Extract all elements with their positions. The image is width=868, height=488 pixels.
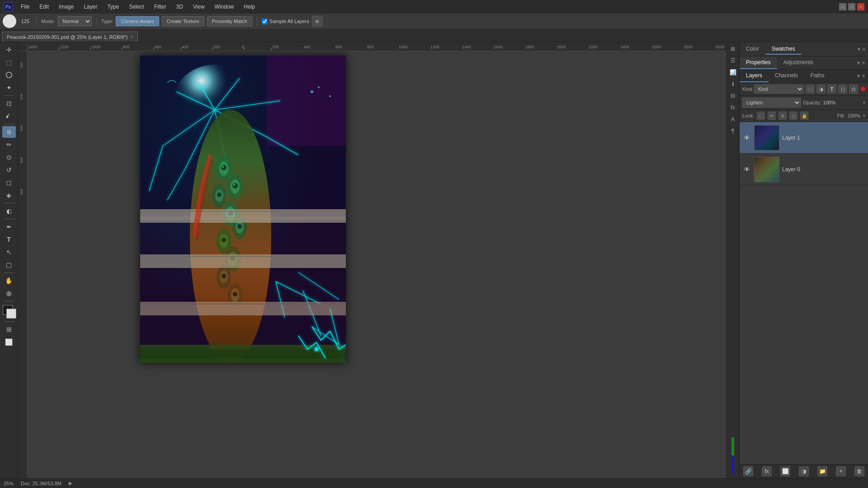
dodge-tool[interactable]: ◐ (2, 205, 16, 217)
menu-3d[interactable]: 3D (171, 3, 187, 11)
expand-status-icon[interactable]: ▶ (69, 480, 72, 486)
selection-tool[interactable]: ⬚ (2, 56, 16, 68)
add-layer-icon[interactable]: + (836, 466, 846, 476)
content-aware-button[interactable]: Content-Aware (116, 16, 159, 26)
screen-mode[interactable]: ⬜ (2, 336, 16, 348)
props-close-icon[interactable]: × (862, 59, 865, 66)
layers-close-icon[interactable]: × (862, 72, 865, 80)
brush-tool[interactable]: ✏ (2, 139, 16, 150)
history-brush-tool[interactable]: ↺ (2, 164, 16, 176)
filter-smart-icon[interactable]: ⊡ (849, 84, 858, 94)
panel-menu-icon[interactable]: ≡ (862, 46, 865, 52)
properties-icon[interactable]: ☰ (728, 56, 738, 66)
add-adjustment-icon[interactable]: ◑ (799, 466, 809, 476)
panel-collapse-icon[interactable]: ▾ (858, 46, 860, 52)
add-group-icon[interactable]: 📁 (817, 466, 827, 476)
add-style-icon[interactable]: fx (762, 466, 772, 476)
delete-layer-icon[interactable]: 🗑 (854, 466, 864, 476)
close-button[interactable]: × (857, 3, 864, 10)
tab-adjustments[interactable]: Adjustments (777, 56, 820, 69)
tab-paths[interactable]: Paths (804, 70, 831, 82)
clone-stamp-tool[interactable]: ⊙ (2, 151, 16, 163)
filter-pixel-icon[interactable]: ⬚ (806, 84, 815, 94)
filter-shape-icon[interactable]: ▢ (838, 84, 847, 94)
hand-tool[interactable]: ✋ (2, 275, 16, 286)
proximity-match-button[interactable]: Proximity Match (207, 16, 252, 26)
paragraph-icon[interactable]: ¶ (728, 126, 738, 136)
tab-layers[interactable]: Layers (740, 70, 769, 82)
tab-close-button[interactable]: × (130, 34, 133, 39)
layer-item-0[interactable]: 👁 Layer 0 (740, 154, 868, 185)
minimize-button[interactable]: ─ (839, 3, 846, 10)
menu-type[interactable]: Type (103, 3, 123, 11)
layers-strip-icon[interactable]: ⊟ (728, 91, 738, 101)
color-swatches-tabs: Color Swatches ▾ ≡ (740, 42, 868, 56)
move-tool[interactable]: ✛ (2, 44, 16, 56)
sample-checkbox[interactable] (262, 19, 268, 24)
create-texture-button[interactable]: Create Texture (162, 16, 204, 26)
add-mask-icon[interactable]: ⬜ (780, 466, 790, 476)
filter-type-icon[interactable]: T (827, 84, 836, 94)
lock-all-icon[interactable]: 🔒 (800, 112, 808, 120)
svg-point-81 (237, 224, 242, 229)
fx-icon[interactable]: fx (728, 103, 738, 113)
layers-collapse-icon[interactable]: ▾ (857, 73, 860, 79)
zoom-tool[interactable]: ⊕ (2, 287, 16, 299)
menu-filter[interactable]: Filter (150, 3, 171, 11)
props-collapse-icon[interactable]: ▾ (857, 60, 860, 66)
fill-dropdown-icon[interactable]: ▾ (863, 113, 865, 118)
eraser-tool[interactable]: ◻ (2, 177, 16, 188)
menu-image[interactable]: Image (54, 3, 78, 11)
erase-brush-toggle[interactable]: ⊖ (312, 16, 323, 27)
link-layers-icon[interactable]: 🔗 (743, 466, 753, 476)
tab-channels[interactable]: Channels (769, 70, 804, 82)
layer-1-visibility-icon[interactable]: 👁 (742, 134, 751, 141)
menu-help[interactable]: Help (239, 3, 259, 11)
blend-mode-select[interactable]: Lighten Normal Multiply Screen Overlay D… (742, 98, 801, 108)
pen-tool[interactable]: ✒ (2, 221, 16, 233)
quick-mask-toggle[interactable]: ⊞ (2, 324, 16, 335)
sample-all-layers-checkbox[interactable]: Sample All Layers (262, 19, 309, 24)
layer-0-visibility-icon[interactable]: 👁 (742, 166, 751, 173)
eyedropper-tool[interactable] (2, 110, 16, 122)
lasso-tool[interactable] (2, 69, 16, 81)
svg-text:600: 600 (19, 157, 24, 163)
tab-color[interactable]: Color (740, 44, 765, 55)
background-color[interactable] (6, 309, 16, 319)
menu-edit[interactable]: Edit (35, 3, 53, 11)
brush-preview[interactable] (3, 14, 16, 28)
fill-label: Fill: (837, 113, 845, 118)
path-select-tool[interactable]: ↖ (2, 246, 16, 258)
gradient-tool[interactable]: ◈ (2, 189, 16, 201)
healing-brush-tool[interactable]: ⊕ (2, 126, 16, 138)
lock-pixels-icon[interactable]: ⬚ (757, 112, 765, 120)
menu-view[interactable]: View (189, 3, 209, 11)
document-tab[interactable]: Peacock-20150209-001.psd @ 25% (Layer 1,… (2, 32, 138, 42)
tab-properties[interactable]: Properties (740, 56, 777, 69)
lock-position-icon[interactable]: ✏ (768, 112, 776, 120)
layer-item-1[interactable]: 👁 Layer 1 (740, 122, 868, 154)
chart-icon[interactable]: 📊 (728, 67, 738, 77)
magic-wand-tool[interactable]: ✦ (2, 82, 16, 94)
lock-vector-icon[interactable]: ◻ (789, 112, 797, 120)
maximize-button[interactable]: □ (848, 3, 855, 10)
crop-tool[interactable]: ⊡ (2, 98, 16, 109)
svg-rect-100 (140, 303, 346, 305)
menu-file[interactable]: File (16, 3, 34, 11)
tab-swatches[interactable]: Swatches (765, 44, 802, 55)
kind-select[interactable]: Kind Name Effect Mode Attribute Color (754, 84, 804, 94)
artboard-icon[interactable]: ⊞ (728, 44, 738, 54)
menu-select[interactable]: Select (124, 3, 148, 11)
svg-text:1000: 1000 (399, 45, 408, 49)
lock-artboard-icon[interactable]: ✛ (778, 112, 787, 120)
filter-adjust-icon[interactable]: ◑ (816, 84, 826, 94)
info-icon[interactable]: ℹ (728, 79, 738, 89)
text-tool[interactable]: T (2, 234, 16, 245)
rect-shape-tool[interactable]: ▢ (2, 259, 16, 271)
mode-select[interactable]: Normal Replace (58, 16, 92, 26)
canvas-work-area[interactable] (27, 51, 726, 478)
menu-layer[interactable]: Layer (79, 3, 102, 11)
opacity-dropdown-icon[interactable]: ▾ (863, 100, 865, 105)
text-strip-icon[interactable]: A (728, 114, 738, 124)
menu-window[interactable]: Window (210, 3, 239, 11)
